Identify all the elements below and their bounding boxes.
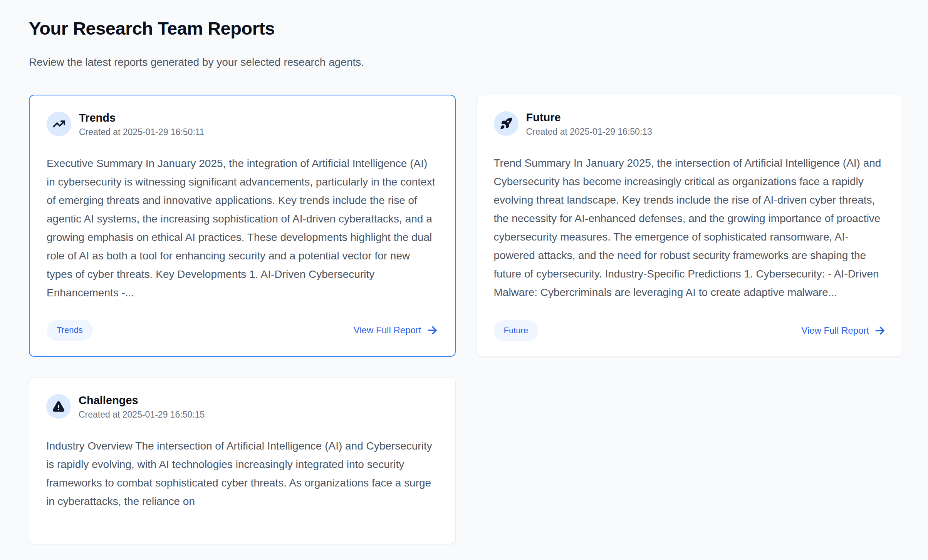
card-header-text: Future Created at 2025-01-29 16:50:13 xyxy=(526,110,652,137)
rocket-icon xyxy=(494,111,519,136)
card-header-text: Challenges Created at 2025-01-29 16:50:1… xyxy=(79,393,205,420)
card-footer xyxy=(46,511,438,528)
report-summary: Trend Summary In January 2025, the inter… xyxy=(494,154,886,302)
report-card-future[interactable]: Future Created at 2025-01-29 16:50:13 Tr… xyxy=(477,95,903,357)
report-title: Challenges xyxy=(79,393,205,407)
report-category-badge: Future xyxy=(494,320,539,341)
reports-page: Your Research Team Reports Review the la… xyxy=(0,0,928,544)
card-header: Trends Created at 2025-01-29 16:50:11 xyxy=(47,111,438,137)
view-full-report-label: View Full Report xyxy=(801,325,869,336)
report-card-trends[interactable]: Trends Created at 2025-01-29 16:50:11 Ex… xyxy=(29,95,456,357)
trending-up-icon xyxy=(47,112,71,136)
arrow-right-icon xyxy=(874,325,886,336)
card-header: Future Created at 2025-01-29 16:50:13 xyxy=(494,110,886,137)
card-footer: Future View Full Report xyxy=(494,303,886,341)
report-card-challenges[interactable]: Challenges Created at 2025-01-29 16:50:1… xyxy=(29,378,456,544)
report-summary: Industry Overview The intersection of Ar… xyxy=(46,437,438,511)
report-summary: Executive Summary In January 2025, the i… xyxy=(47,154,438,302)
card-footer: Trends View Full Report xyxy=(47,302,438,341)
report-title: Trends xyxy=(79,111,205,125)
page-subtitle: Review the latest reports generated by y… xyxy=(29,55,903,70)
report-created-at: Created at 2025-01-29 16:50:11 xyxy=(79,127,205,137)
view-full-report-link[interactable]: View Full Report xyxy=(801,325,886,336)
arrow-right-icon xyxy=(426,324,438,336)
page-title: Your Research Team Reports xyxy=(29,18,903,39)
report-category-badge: Trends xyxy=(47,320,93,341)
view-full-report-link[interactable]: View Full Report xyxy=(354,324,438,336)
report-title: Future xyxy=(526,110,652,124)
card-header-text: Trends Created at 2025-01-29 16:50:11 xyxy=(79,111,205,137)
report-created-at: Created at 2025-01-29 16:50:13 xyxy=(526,127,652,137)
alert-triangle-icon xyxy=(46,394,71,419)
report-created-at: Created at 2025-01-29 16:50:15 xyxy=(79,410,205,420)
card-header: Challenges Created at 2025-01-29 16:50:1… xyxy=(46,393,438,420)
view-full-report-label: View Full Report xyxy=(354,325,421,336)
report-cards-grid: Trends Created at 2025-01-29 16:50:11 Ex… xyxy=(29,95,903,545)
